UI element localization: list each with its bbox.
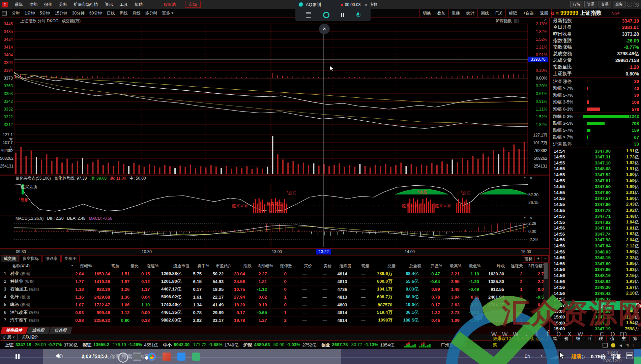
menu-item-2[interactable]: 报价 bbox=[41, 2, 56, 7]
linked-quote-button[interactable]: 关联报价 bbox=[19, 334, 41, 340]
mini-tab-价[interactable]: 价 bbox=[561, 336, 573, 342]
header-涨幅%[interactable]: 涨幅%↓ bbox=[75, 263, 97, 269]
window-mode-icon[interactable] bbox=[603, 343, 608, 347]
menu-item-3[interactable]: 分析 bbox=[56, 2, 70, 7]
toolbar-button-叠加[interactable]: 叠加 bbox=[434, 9, 448, 18]
period-item-0[interactable]: 分时 bbox=[9, 10, 22, 16]
mini-tab-笔[interactable]: 笔 bbox=[550, 336, 561, 342]
app-button-资讯[interactable]: 资讯 bbox=[584, 1, 597, 7]
header-换手%[interactable]: 换手% bbox=[192, 263, 212, 269]
header-开盘%[interactable]: 开盘% bbox=[424, 263, 445, 269]
quality-badge[interactable]: 超清)) bbox=[571, 353, 585, 360]
capture-window-icon[interactable] bbox=[306, 12, 311, 18]
toolbar-button-画线[interactable]: 画线 bbox=[477, 9, 492, 18]
status-index-创业[interactable]: 创业2687.78-30.77-1.13%1854亿 bbox=[321, 342, 394, 348]
toolbar-button-返回[interactable]: 返回 bbox=[537, 9, 551, 18]
menu-item-1[interactable]: 功能 bbox=[26, 2, 41, 7]
view-tab-竞价图[interactable]: 竞价图 bbox=[61, 255, 80, 262]
table-row-啤酒[interactable]: 5啤酒(板指)1.071722.471.06-1.101740.49亿1.344… bbox=[0, 301, 549, 309]
expand-chart-icon[interactable]: ↗ bbox=[544, 18, 547, 22]
header-现量[interactable]: 现量 bbox=[354, 263, 372, 269]
header-name[interactable]: 名称(414) bbox=[0, 263, 70, 269]
tray-language[interactable]: EN bbox=[525, 354, 530, 359]
app-button-服务[interactable]: 服务 bbox=[613, 1, 625, 7]
status-index-深证[interactable]: 深证13555.2-176.19-1.28%4551亿 bbox=[83, 342, 158, 348]
period-item-5[interactable]: 60分钟 bbox=[87, 10, 104, 16]
toolbar-button-统计[interactable]: 统计 bbox=[463, 9, 477, 18]
recorder-language-button[interactable]: ∨∨英文 bbox=[564, 301, 636, 310]
collapse-lang-icon[interactable]: ∨∨ bbox=[564, 301, 575, 310]
status-index-上证[interactable]: 上证3347.19-26.09-0.77%3798亿 bbox=[5, 342, 78, 348]
table-row-种业[interactable]: 1种业(板指)2.041653.341.510.151269.88亿5.7550… bbox=[0, 270, 549, 278]
header-最低%[interactable]: 最低% bbox=[464, 263, 483, 269]
menu-item-stockpool[interactable]: 股票池 bbox=[160, 2, 179, 7]
app-logo-icon[interactable]: T bbox=[2, 2, 8, 7]
pause-icon[interactable] bbox=[341, 13, 344, 17]
period-item-1[interactable]: 1分钟 bbox=[22, 10, 37, 16]
period-item-2[interactable]: 5分钟 bbox=[37, 10, 53, 16]
table-row-油气改革[interactable]: 6油气改革(板指)0.93999.461.120.094461.35亿0.782… bbox=[0, 309, 549, 316]
header-卖价[interactable]: 卖价 bbox=[315, 263, 334, 269]
app-button-行情[interactable]: 行情 bbox=[570, 1, 583, 7]
zoom-in-button[interactable]: + bbox=[535, 255, 542, 263]
record-icon[interactable] bbox=[323, 12, 329, 18]
table-row-石油加工[interactable]: 3石油加工(板指)1.18923.301.261.174467.17亿0.171… bbox=[0, 285, 549, 293]
alert-icon[interactable]: ! bbox=[633, 343, 634, 347]
panel-close-icon[interactable]: × bbox=[530, 216, 532, 220]
period-item-9[interactable]: 多分时 bbox=[143, 10, 159, 16]
mini-tab-细[interactable]: 细 bbox=[573, 336, 584, 342]
header-涨跌[interactable]: 涨跌 bbox=[233, 263, 254, 269]
period-item-3[interactable]: 15分钟 bbox=[52, 10, 69, 16]
indicator-button[interactable]: 指标 bbox=[522, 255, 535, 263]
tray-expand-icon[interactable]: ∧ bbox=[540, 354, 543, 358]
header-流通市值[interactable]: 流通市值 bbox=[161, 263, 192, 269]
intraday-chart-svg[interactable] bbox=[0, 24, 549, 249]
panel-close-icon[interactable]: × bbox=[530, 176, 532, 180]
sector-tab-关联品种[interactable]: 关联品种 bbox=[0, 327, 28, 334]
table-scrollbar-thumb[interactable] bbox=[544, 263, 548, 279]
recorder-stop-button[interactable]: × bbox=[319, 24, 330, 34]
status-index-中小[interactable]: 中小8942.30-171.72-1.88%1749亿 bbox=[163, 342, 238, 348]
panel-collapse-icon[interactable]: ▼ bbox=[523, 176, 526, 179]
app-button-交易[interactable]: 交易 bbox=[599, 1, 611, 7]
chrome-icon[interactable] bbox=[148, 353, 156, 361]
menu-item-7[interactable]: 帮助 bbox=[131, 2, 146, 7]
header-总量[interactable]: 总量 bbox=[372, 263, 399, 269]
menu-item-6[interactable]: 工具 bbox=[116, 2, 131, 7]
green-app-icon[interactable] bbox=[192, 353, 200, 361]
player-progress-line[interactable] bbox=[0, 358, 641, 358]
header-现价[interactable]: 现价 bbox=[96, 263, 122, 269]
panel-collapse-icon[interactable]: ▼ bbox=[523, 216, 526, 219]
header-买价[interactable]: 买价 bbox=[295, 263, 315, 269]
menu-item-5[interactable]: 资讯 bbox=[101, 2, 116, 7]
menu-item-4[interactable]: 扩展市场行情 bbox=[70, 2, 101, 7]
menu-item-market[interactable]: 市场 bbox=[185, 1, 201, 8]
table-row-种植业[interactable]: 2种植业(板指)1.771410.361.970.121201.80亿6.155… bbox=[0, 278, 549, 285]
symbol-menu-icon[interactable]: ≡ bbox=[556, 11, 559, 16]
expand-button[interactable]: 扩展∨ bbox=[1, 334, 18, 340]
period-item-7[interactable]: 周线 bbox=[117, 10, 130, 16]
header-昨收[interactable]: 昨收 bbox=[483, 263, 508, 269]
period-item-8[interactable]: 月线 bbox=[130, 10, 143, 16]
sector-tab-成份股[interactable]: 成份股 bbox=[27, 327, 50, 334]
toolbar-button-+自选[interactable]: +自选 bbox=[520, 9, 537, 18]
recorder-close-icon[interactable]: × bbox=[365, 2, 367, 7]
minimize-icon[interactable]: – bbox=[627, 2, 632, 7]
table-row-汽车整车[interactable]: 7汽车整车(板指)0.882259.320.900.389882.83亿2.02… bbox=[0, 316, 549, 324]
broadcast-icon[interactable]: ◄ bbox=[619, 343, 623, 348]
menu-item-0[interactable]: 系统 bbox=[11, 2, 26, 7]
overlay-toggle[interactable]: 沪深指数 bbox=[496, 18, 519, 24]
view-tab-多空指标[interactable]: 多空指标 bbox=[20, 255, 42, 262]
tray-wifi-icon[interactable]: ▁▃▅ bbox=[550, 355, 558, 359]
mini-tab-筹[interactable]: 筹 bbox=[630, 336, 641, 342]
toolbar-button-重播[interactable]: 重播 bbox=[448, 9, 463, 18]
notification-icon[interactable] bbox=[626, 353, 633, 359]
cortana-icon[interactable] bbox=[118, 353, 128, 363]
header-总金额[interactable]: 总金额 bbox=[398, 263, 424, 269]
header-活跃度[interactable]: 活跃度 bbox=[334, 263, 354, 269]
promo-text[interactable]: 燃爆双12 优惠再继续 点击订购 bbox=[493, 335, 549, 342]
table-row-化纤[interactable]: 4化纤(板指)1.162429.881.360.045096.02亿1.6122… bbox=[0, 293, 549, 301]
tip-icon[interactable] bbox=[611, 343, 615, 347]
toolbar-button-切换[interactable]: 切换 bbox=[419, 9, 434, 18]
zoom-out-button[interactable]: - bbox=[542, 255, 549, 263]
